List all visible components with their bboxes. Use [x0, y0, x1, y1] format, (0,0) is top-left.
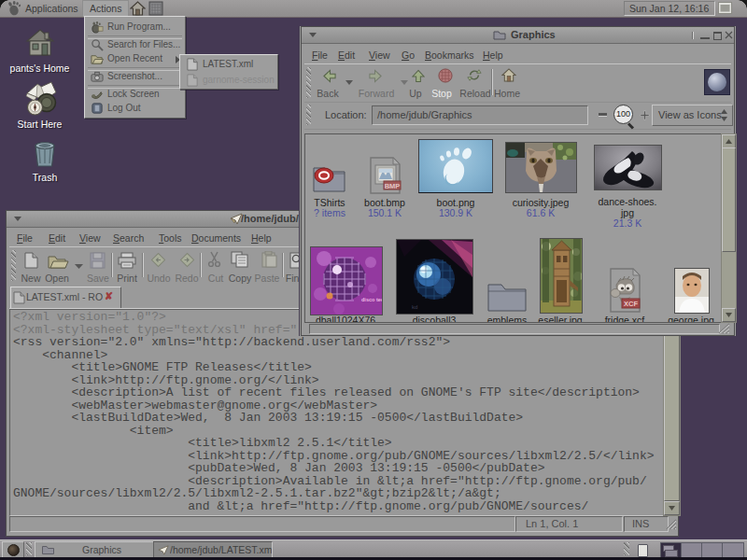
- svg-text:XCF: XCF: [624, 300, 638, 308]
- svg-text:kd: kd: [412, 304, 417, 310]
- svg-text:disco tech: disco tech: [361, 297, 382, 302]
- svg-text:BMP: BMP: [385, 182, 401, 190]
